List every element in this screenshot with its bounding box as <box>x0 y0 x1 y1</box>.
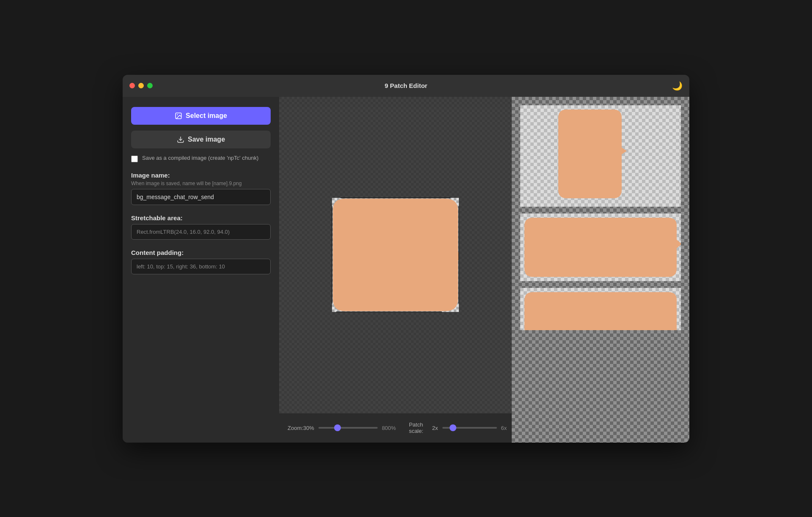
traffic-lights <box>129 83 153 88</box>
zoom-label: Zoom:30% <box>288 425 314 431</box>
stretchable-area-label: Stretchable area: <box>131 214 271 222</box>
preview-area <box>512 97 689 443</box>
patch-image-container[interactable] <box>332 198 459 312</box>
sidebar: Select image Save image Save as a compil… <box>123 97 279 443</box>
editor-area: Zoom:30% 800% Patch scale: 2x 6x Show lo… <box>279 97 512 443</box>
patch-image <box>332 198 459 312</box>
save-image-label: Save image <box>188 136 225 143</box>
compiled-checkbox[interactable] <box>131 156 138 162</box>
zoom-slider[interactable] <box>318 427 378 429</box>
compiled-checkbox-row: Save as a compiled image (create 'npTc' … <box>131 154 271 162</box>
preview-shape-2 <box>520 213 681 281</box>
image-name-label: Image name: <box>131 172 271 179</box>
save-image-button[interactable]: Save image <box>131 131 271 148</box>
stretchable-area-value: Rect.fromLTRB(24.0, 16.0, 92.0, 94.0) <box>131 224 271 240</box>
patch-scale-min-label: 2x <box>432 425 438 431</box>
dark-mode-button[interactable]: 🌙 <box>672 81 683 91</box>
patch-scale-label: Patch scale: <box>409 421 428 434</box>
preview-shape-1 <box>520 105 681 207</box>
maximize-button[interactable] <box>147 83 153 88</box>
patch-scale-section: Patch scale: 2x 6x <box>409 421 512 434</box>
image-name-sublabel: When image is saved, name will be [name]… <box>131 181 271 186</box>
bottom-bar: Zoom:30% 800% Patch scale: 2x 6x Show lo… <box>279 413 512 443</box>
image-icon <box>175 112 182 120</box>
download-icon <box>177 136 184 143</box>
patch-scale-slider[interactable] <box>442 427 497 429</box>
main-window: 9 Patch Editor 🌙 Select image Save ima <box>123 75 689 443</box>
content-padding-label: Content padding: <box>131 249 271 256</box>
minimize-button[interactable] <box>138 83 144 88</box>
image-name-input[interactable] <box>131 189 271 205</box>
patch-svg <box>332 198 459 312</box>
select-image-label: Select image <box>186 112 227 120</box>
compiled-checkbox-label[interactable]: Save as a compiled image (create 'npTc' … <box>142 154 258 162</box>
titlebar: 9 Patch Editor 🌙 <box>123 75 689 97</box>
select-image-button[interactable]: Select image <box>131 107 271 125</box>
image-name-section: Image name: When image is saved, name wi… <box>131 172 271 205</box>
zoom-section: Zoom:30% 800% <box>288 425 399 431</box>
content-padding-section: Content padding: left: 10, top: 15, righ… <box>131 249 271 274</box>
preview-shape-3 <box>520 288 681 330</box>
window-title: 9 Patch Editor <box>385 82 428 89</box>
main-content: Select image Save image Save as a compil… <box>123 97 689 443</box>
stretchable-area-section: Stretchable area: Rect.fromLTRB(24.0, 16… <box>131 214 271 240</box>
editor-canvas[interactable] <box>279 97 512 413</box>
close-button[interactable] <box>129 83 135 88</box>
content-padding-value: left: 10, top: 15, right: 36, bottom: 10 <box>131 259 271 274</box>
svg-point-1 <box>177 114 178 115</box>
patch-scale-max-label: 6x <box>501 425 512 431</box>
zoom-max-label: 800% <box>382 425 399 431</box>
